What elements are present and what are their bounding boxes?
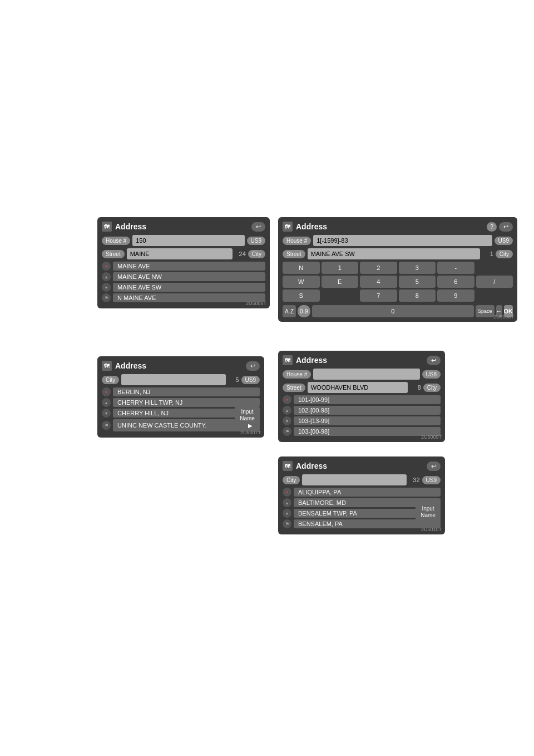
key-slash[interactable]: /	[476, 276, 513, 288]
panel3-item-1[interactable]: BERLIN, NJ	[102, 387, 260, 396]
panel1-region-tag[interactable]: US9	[247, 237, 265, 245]
panel4-region-tag[interactable]: US8	[422, 370, 441, 379]
panel2-city-tag[interactable]: City	[496, 250, 513, 258]
panel4-house-row: House # US8	[283, 369, 441, 380]
key-1[interactable]: 1	[322, 262, 359, 274]
panel2-house-row: House # 1[-1599]-83 US9	[283, 235, 513, 246]
key-2[interactable]: 2	[360, 262, 397, 274]
panel3-city-count: 5	[228, 376, 239, 383]
panel5-back-button[interactable]: ↩	[427, 462, 441, 471]
panel1-street-row: Street MAINE 24 City	[102, 248, 265, 259]
panel3-title-text: Address	[115, 361, 146, 370]
key-S[interactable]: S	[283, 289, 320, 302]
panel4-street-tag[interactable]: Street	[283, 384, 305, 392]
panel2-back-button[interactable]: ↩	[499, 222, 513, 232]
panel4-house-input[interactable]	[313, 369, 419, 380]
panel5-code: 2U5010T	[421, 527, 442, 532]
key-0[interactable]: 0	[312, 305, 474, 317]
panel4-label-1[interactable]: 101-[00-99]	[294, 395, 441, 404]
panel-house-range: 🗺 Address ↩ House # US8 Street WOODHAVEN…	[278, 351, 445, 442]
key-7[interactable]: 7	[360, 289, 397, 302]
panel4-label-2[interactable]: 102-[00-98]	[294, 406, 441, 415]
panel3-city-tag[interactable]: City	[102, 376, 119, 384]
panel3-code: 2U5007T	[240, 430, 261, 435]
key-9[interactable]: 9	[437, 289, 474, 302]
panel1-house-tag[interactable]: House #	[102, 237, 130, 245]
panel5-region-tag[interactable]: US9	[422, 476, 441, 484]
panel3-title: 🗺 Address	[102, 361, 146, 371]
panel5-icon-2	[283, 498, 291, 507]
panel1-label-1[interactable]: MAINE AVE	[113, 262, 265, 271]
panel4-house-tag[interactable]: House #	[283, 370, 311, 379]
key-5[interactable]: 5	[399, 276, 436, 288]
panel3-label-2[interactable]: CHERRY HILL TWP, NJ	[113, 398, 260, 407]
panel1-street-tag[interactable]: Street	[102, 250, 125, 258]
panel4-item-4[interactable]: 103-[00-98]	[283, 427, 441, 436]
key-8[interactable]: 8	[399, 289, 436, 302]
panel5-title: 🗺 Address	[283, 461, 327, 471]
panel4-label-3[interactable]: 103-[13-99]	[294, 416, 441, 425]
panel1-label-3[interactable]: MAINE AVE SW	[113, 283, 265, 292]
key-W[interactable]: W	[283, 276, 320, 288]
panel1-item-1[interactable]: MAINE AVE	[102, 262, 265, 271]
panel1-title-text: Address	[115, 222, 146, 231]
panel1-city-tag[interactable]: City	[248, 250, 265, 258]
panel4-city-tag[interactable]: City	[423, 384, 441, 392]
panel3-region-tag[interactable]: US9	[241, 376, 260, 384]
panel4-header: 🗺 Address ↩	[283, 355, 441, 365]
panel5-input-name-button[interactable]: InputName	[416, 503, 441, 521]
panel1-title: 🗺 Address	[102, 222, 146, 232]
panel1-street-input[interactable]: MAINE	[127, 248, 233, 259]
panel2-question-button[interactable]: ?	[487, 222, 497, 232]
panel4-street-input[interactable]: WOODHAVEN BLVD	[308, 382, 408, 393]
panel1-icon-2	[102, 272, 111, 281]
panel5-city-input[interactable]	[302, 474, 406, 485]
panel5-item-1[interactable]: ALIQUIPPA, PA	[283, 488, 441, 497]
nav-icon-4: 🗺	[283, 355, 293, 365]
panel4-item-2[interactable]: 102-[00-98]	[283, 406, 441, 415]
panel3-label-1[interactable]: BERLIN, NJ	[113, 387, 260, 396]
panel4-back-button[interactable]: ↩	[427, 356, 441, 365]
panel5-label-1[interactable]: ALIQUIPPA, PA	[294, 488, 441, 497]
panel1-back-button[interactable]: ↩	[251, 222, 265, 232]
panel1-icon-4	[102, 293, 111, 302]
key-E[interactable]: E	[322, 276, 359, 288]
panel2-house-input[interactable]: 1[-1599]-83	[313, 235, 492, 246]
key-AZ[interactable]: A-Z	[283, 305, 296, 317]
key-space[interactable]: Space	[476, 305, 495, 317]
panel3-city-input[interactable]	[121, 374, 225, 385]
key-N[interactable]: N	[283, 262, 320, 274]
panel2-house-tag[interactable]: House #	[283, 237, 311, 245]
panel5-city-row: City 32 US9	[283, 474, 441, 485]
panel1-item-4[interactable]: N MAINE AVE	[102, 293, 265, 302]
panel-city-pa: 🗺 Address ↩ City 32 US9 ALIQUIPPA, PA BA…	[278, 456, 445, 534]
panel1-item-2[interactable]: MAINE AVE NW	[102, 272, 265, 281]
panel5-header: 🗺 Address ↩	[283, 461, 441, 471]
panel1-street-count: 24	[235, 251, 246, 257]
nav-icon-3: 🗺	[102, 361, 112, 371]
nav-icon-5: 🗺	[283, 461, 293, 471]
panel1-house-input[interactable]: 150	[132, 235, 244, 246]
panel5-title-text: Address	[296, 462, 327, 470]
panel2-street-tag[interactable]: Street	[283, 250, 305, 258]
panel5-city-count: 32	[409, 477, 420, 483]
key-4[interactable]: 4	[360, 276, 397, 288]
panel4-item-3[interactable]: 103-[13-99]	[283, 416, 441, 425]
panel5-city-tag[interactable]: City	[283, 476, 300, 484]
key-09[interactable]: 0-9	[298, 305, 310, 317]
panel1-label-2[interactable]: MAINE AVE NW	[113, 272, 265, 281]
key-dash[interactable]: -	[437, 262, 474, 274]
panel4-label-4[interactable]: 103-[00-98]	[294, 427, 441, 436]
panel2-region-tag[interactable]: US9	[495, 237, 513, 245]
panel3-input-name-button[interactable]: InputName	[235, 406, 260, 424]
panel4-item-1[interactable]: 101-[00-99]	[283, 395, 441, 404]
panel1-house-row: House # 150 US9	[102, 235, 265, 246]
panel3-back-button[interactable]: ↩	[246, 361, 260, 371]
key-6[interactable]: 6	[437, 276, 474, 288]
page: 🗺 Address ↩ House # 150 US9 Street MAINE…	[0, 0, 534, 756]
panel1-item-3[interactable]: MAINE AVE SW	[102, 283, 265, 292]
key-3[interactable]: 3	[399, 262, 436, 274]
panel3-item-2[interactable]: CHERRY HILL TWP, NJ	[102, 398, 260, 407]
panel1-label-4[interactable]: N MAINE AVE	[113, 293, 265, 302]
panel2-street-input[interactable]: MAINE AVE SW	[308, 248, 480, 259]
